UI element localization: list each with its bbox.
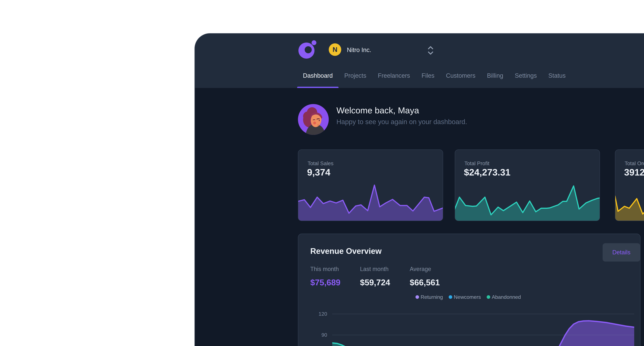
stat-card-total-profit: Total Profit $24,273.31 xyxy=(455,149,600,221)
stat-card-label: Total Orders xyxy=(624,160,644,166)
revenue-stat-value: $59,724 xyxy=(360,278,390,287)
nav-item-status[interactable]: Status xyxy=(542,70,571,88)
nitro-logo-icon[interactable] xyxy=(298,40,317,59)
app-header: N Nitro Inc. Dashboard Projects Freelanc… xyxy=(195,34,644,88)
nav-item-dashboard[interactable]: Dashboard xyxy=(297,70,338,88)
nav-item-settings[interactable]: Settings xyxy=(509,70,542,88)
chart-legend: Returning Newcomers Abandonned xyxy=(416,294,521,300)
revenue-stat-label: Last month xyxy=(360,266,390,272)
revenue-overview-title: Revenue Overview xyxy=(310,246,382,256)
revenue-stat-last-month: Last month $59,724 xyxy=(360,266,390,287)
stat-card-label: Total Sales xyxy=(308,160,334,166)
gridline-120 xyxy=(332,314,634,314)
legend-label: Returning xyxy=(420,294,443,300)
nav-item-files[interactable]: Files xyxy=(416,70,440,88)
company-initial: N xyxy=(332,46,338,54)
revenue-stat-label: This month xyxy=(310,266,340,272)
y-axis-tick-120: 120 xyxy=(310,311,327,317)
revenue-stat-this-month: This month $75,689 xyxy=(310,266,340,287)
legend-dot-returning xyxy=(416,295,419,299)
stat-card-value: 9,374 xyxy=(307,167,330,178)
welcome-title: Welcome back, Maya xyxy=(336,105,419,115)
legend-item-newcomers[interactable]: Newcomers xyxy=(449,294,481,300)
revenue-stat-value: $66,561 xyxy=(410,278,440,287)
stat-card-value: 3912 xyxy=(624,167,644,178)
legend-dot-newcomers xyxy=(449,295,452,299)
details-button-label: Details xyxy=(612,249,630,256)
details-button[interactable]: Details xyxy=(603,243,640,262)
revenue-stat-average: Average $66,561 xyxy=(410,266,440,287)
total-sales-sparkline xyxy=(298,183,443,221)
welcome-subtitle: Happy to see you again on your dashboard… xyxy=(336,118,467,126)
nav-item-billing[interactable]: Billing xyxy=(481,70,509,88)
nav-item-freelancers[interactable]: Freelancers xyxy=(372,70,416,88)
total-orders-sparkline xyxy=(615,183,644,221)
company-name[interactable]: Nitro Inc. xyxy=(347,47,371,54)
stat-card-value: $24,273.31 xyxy=(464,167,510,178)
revenue-stat-label: Average xyxy=(410,266,440,272)
revenue-area-chart xyxy=(332,305,634,346)
legend-item-abandonned[interactable]: Abandonned xyxy=(487,294,521,300)
total-profit-sparkline xyxy=(455,183,600,221)
company-switcher-chevron-icon[interactable] xyxy=(427,46,434,55)
revenue-overview-card: Revenue Overview Details This month $75,… xyxy=(298,234,640,346)
legend-label: Abandonned xyxy=(492,294,521,300)
dashboard-window: N Nitro Inc. Dashboard Projects Freelanc… xyxy=(194,33,644,346)
legend-item-returning[interactable]: Returning xyxy=(416,294,443,300)
nav-item-customers[interactable]: Customers xyxy=(440,70,481,88)
gridline-90 xyxy=(332,335,634,335)
revenue-stat-value: $75,689 xyxy=(310,278,340,287)
stat-card-total-orders: Total Orders 3912 xyxy=(615,149,644,221)
user-avatar xyxy=(298,104,329,135)
stat-card-total-sales: Total Sales 9,374 xyxy=(298,149,443,221)
nav-item-projects[interactable]: Projects xyxy=(338,70,372,88)
y-axis-tick-90: 90 xyxy=(310,332,327,338)
stat-card-label: Total Profit xyxy=(464,160,490,166)
legend-dot-abandonned xyxy=(487,295,490,299)
main-nav: Dashboard Projects Freelancers Files Cus… xyxy=(297,70,571,88)
company-badge[interactable]: N xyxy=(329,43,341,56)
legend-label: Newcomers xyxy=(454,294,481,300)
